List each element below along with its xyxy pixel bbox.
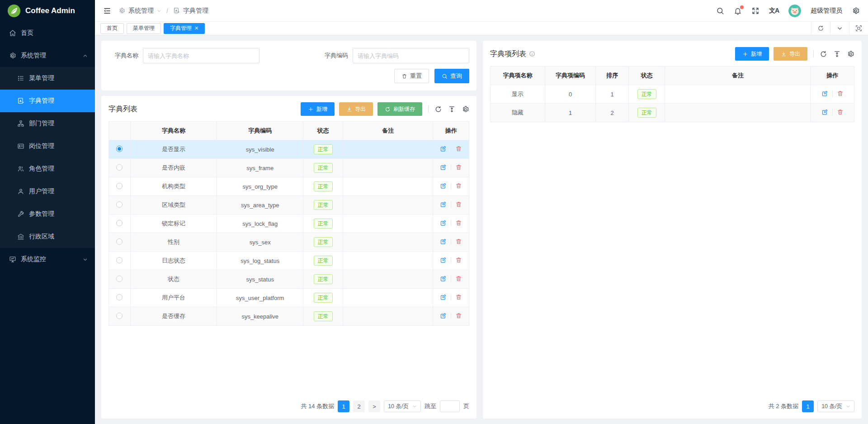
column-settings-icon[interactable] <box>847 50 854 58</box>
edit-icon[interactable] <box>440 182 447 189</box>
table-row[interactable]: 性别sys_sex正常 <box>109 233 469 252</box>
close-icon[interactable]: ✕ <box>194 26 198 31</box>
edit-icon[interactable] <box>440 164 447 171</box>
refresh-icon[interactable] <box>820 50 827 58</box>
delete-icon[interactable] <box>455 275 462 282</box>
notification-bell[interactable] <box>734 7 742 15</box>
edit-icon[interactable] <box>440 238 447 245</box>
page-button[interactable]: 1 <box>802 400 814 412</box>
table-row[interactable]: 状态sys_status正常 <box>109 270 469 289</box>
delete-icon[interactable] <box>455 257 462 263</box>
jump-page-input[interactable] <box>440 400 460 412</box>
edit-icon[interactable] <box>440 201 447 208</box>
delete-icon[interactable] <box>455 201 462 208</box>
export-item-button[interactable]: 导出 <box>774 47 807 61</box>
edit-icon[interactable] <box>821 109 828 115</box>
sidebar-item-user-mgmt[interactable]: 用户管理 <box>0 180 95 203</box>
delete-icon[interactable] <box>455 164 462 171</box>
edit-icon[interactable] <box>440 275 447 282</box>
reset-label: 重置 <box>410 72 422 80</box>
chevron-down-icon[interactable] <box>830 22 849 35</box>
sidebar-item-menu-mgmt[interactable]: 菜单管理 <box>0 67 95 90</box>
sidebar-item-dept-mgmt[interactable]: 部门管理 <box>0 112 95 135</box>
row-radio[interactable] <box>116 294 123 300</box>
edit-icon[interactable] <box>440 145 447 152</box>
translate-icon[interactable]: 文A <box>769 7 779 15</box>
app-logo[interactable]: Coffee Admin <box>0 0 95 22</box>
row-height-icon[interactable] <box>448 105 456 113</box>
export-button[interactable]: 导出 <box>339 102 373 116</box>
edit-icon[interactable] <box>440 219 447 226</box>
page-size-select[interactable]: 10 条/页 <box>384 400 421 412</box>
table-row[interactable]: 机构类型sys_org_type正常 <box>109 177 469 196</box>
add-button[interactable]: 新增 <box>301 102 335 116</box>
delete-icon[interactable] <box>455 219 462 226</box>
column-settings-icon[interactable] <box>462 105 469 113</box>
sidebar-group-monitor[interactable]: 系统监控 <box>0 248 95 271</box>
avatar[interactable] <box>788 5 801 17</box>
dict-code-field: 字典编码 <box>318 48 469 63</box>
edit-icon[interactable] <box>821 90 828 97</box>
status-badge: 正常 <box>314 293 333 303</box>
delete-icon[interactable] <box>455 182 462 189</box>
reset-button[interactable]: 重置 <box>394 69 429 83</box>
row-radio[interactable] <box>116 146 123 152</box>
refresh-icon[interactable] <box>811 22 830 35</box>
sidebar-item-param-mgmt[interactable]: 参数管理 <box>0 203 95 225</box>
row-radio[interactable] <box>116 238 123 245</box>
row-radio[interactable] <box>116 164 123 171</box>
delete-icon[interactable] <box>455 312 462 319</box>
fullscreen-icon[interactable] <box>751 7 760 15</box>
dict-name-input[interactable] <box>143 48 259 63</box>
row-radio[interactable] <box>116 276 123 282</box>
next-page-button[interactable]: > <box>368 400 380 412</box>
delete-icon[interactable] <box>837 109 844 115</box>
refresh-icon[interactable] <box>434 105 442 113</box>
table-row[interactable]: 区域类型sys_area_type正常 <box>109 196 469 214</box>
add-item-button[interactable]: 新增 <box>735 47 769 61</box>
user-name[interactable]: 超级管理员 <box>811 7 842 15</box>
table-row[interactable]: 日志状态sys_log_status正常 <box>109 252 469 270</box>
page-size-select[interactable]: 10 条/页 <box>817 400 854 412</box>
sidebar-group-system[interactable]: 系统管理 <box>0 44 95 67</box>
row-radio[interactable] <box>116 183 123 189</box>
row-radio[interactable] <box>116 257 123 263</box>
tab-menu-mgmt[interactable]: 菜单管理 <box>127 23 161 34</box>
table-row[interactable]: 锁定标记sys_lock_flag正常 <box>109 214 469 233</box>
sidebar-collapse-icon[interactable] <box>103 7 111 15</box>
delete-icon[interactable] <box>837 90 844 97</box>
page-button[interactable]: 2 <box>353 400 365 412</box>
settings-gear-icon[interactable] <box>852 7 860 15</box>
row-radio[interactable] <box>116 201 123 208</box>
search-icon[interactable] <box>716 7 724 15</box>
query-button[interactable]: 查询 <box>434 69 469 83</box>
table-row[interactable]: 用户平台sys_user_platform正常 <box>109 289 469 307</box>
table-row[interactable]: 是否内嵌sys_frame正常 <box>109 159 469 177</box>
page-button[interactable]: 1 <box>338 400 349 412</box>
edit-icon[interactable] <box>440 257 447 263</box>
row-radio[interactable] <box>116 313 123 319</box>
info-icon[interactable] <box>529 51 535 57</box>
sidebar-item-post-mgmt[interactable]: 岗位管理 <box>0 135 95 157</box>
sidebar-item-home[interactable]: 首页 <box>0 22 95 44</box>
delete-icon[interactable] <box>455 145 462 152</box>
table-row[interactable]: 隐藏12正常 <box>491 104 854 122</box>
row-height-icon[interactable] <box>833 50 841 58</box>
dict-code-input[interactable] <box>353 48 469 63</box>
maximize-icon[interactable] <box>849 22 868 35</box>
table-row[interactable]: 显示01正常 <box>491 85 854 104</box>
sidebar-item-dict-mgmt[interactable]: 字典管理 <box>0 90 95 112</box>
breadcrumb-item-system[interactable]: 系统管理 <box>128 7 154 15</box>
tab-home[interactable]: 首页 <box>100 23 124 34</box>
edit-icon[interactable] <box>440 294 447 300</box>
sidebar-item-admin-region[interactable]: 行政区域 <box>0 225 95 248</box>
table-row[interactable]: 是否缓存sys_keepalive正常 <box>109 307 469 326</box>
refresh-cache-button[interactable]: 刷新缓存 <box>377 102 422 116</box>
edit-icon[interactable] <box>440 312 447 319</box>
tab-dict-mgmt[interactable]: 字典管理✕ <box>164 23 205 34</box>
delete-icon[interactable] <box>455 238 462 245</box>
table-row[interactable]: 是否显示sys_visible正常 <box>109 140 469 159</box>
sidebar-item-role-mgmt[interactable]: 角色管理 <box>0 157 95 180</box>
delete-icon[interactable] <box>455 294 462 300</box>
row-radio[interactable] <box>116 220 123 226</box>
